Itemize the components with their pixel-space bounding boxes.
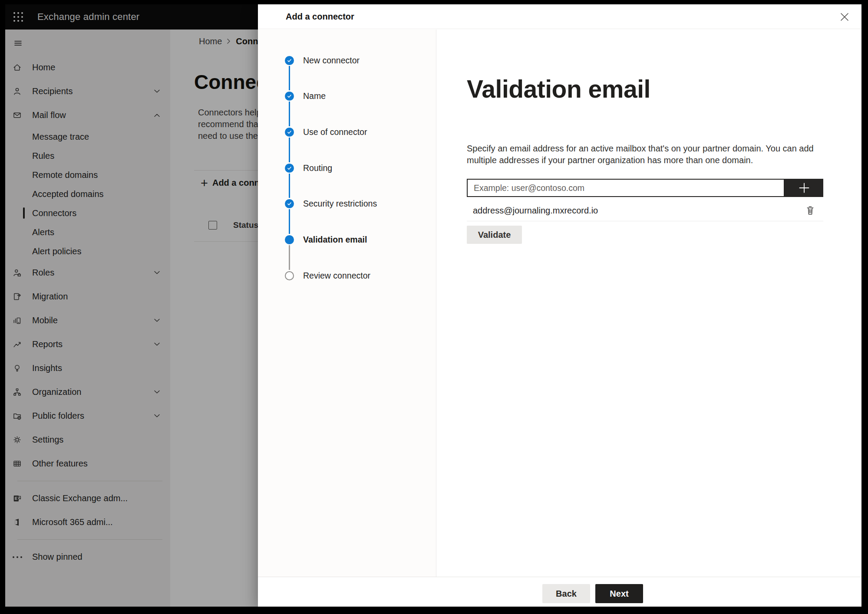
- validation-address-row: address@journaling.mxrecord.io: [467, 202, 823, 219]
- email-input[interactable]: [467, 179, 785, 197]
- wizard-step-security-restrictions[interactable]: Security restrictions: [285, 194, 377, 213]
- wizard-step-routing[interactable]: Routing: [285, 158, 332, 177]
- wizard-step-new-connector[interactable]: New connector: [285, 51, 360, 70]
- wizard-step-name[interactable]: Name: [285, 86, 326, 105]
- next-button[interactable]: Next: [595, 584, 643, 603]
- step-label: Review connector: [303, 271, 370, 281]
- step-label: New connector: [303, 56, 360, 66]
- add-connector-dialog: Add a connector New connector Name: [258, 4, 861, 607]
- dialog-content: Validation email Specify an email addres…: [436, 30, 861, 577]
- wizard-step-use-of-connector[interactable]: Use of connector: [285, 122, 367, 141]
- back-button[interactable]: Back: [542, 584, 590, 603]
- step-complete-icon: [285, 128, 294, 137]
- step-label: Routing: [303, 163, 332, 173]
- dialog-body: New connector Name Use of connector Rout…: [258, 30, 861, 577]
- dialog-footer: Back Next: [258, 577, 861, 607]
- validation-address: address@journaling.mxrecord.io: [473, 206, 598, 216]
- step-upcoming-icon: [285, 271, 294, 280]
- step-label: Security restrictions: [303, 199, 377, 209]
- step-label: Validation email: [303, 235, 367, 245]
- delete-address-button[interactable]: [805, 205, 815, 216]
- divider: [467, 221, 823, 221]
- step-current-icon: [285, 235, 294, 244]
- step-description: Specify an email address for an active m…: [467, 143, 838, 166]
- step-complete-icon: [285, 56, 294, 65]
- step-complete-icon: [285, 92, 294, 101]
- plus-icon: [798, 181, 811, 194]
- step-complete-icon: [285, 199, 294, 208]
- screen: Exchange admin center Home Recipients: [0, 0, 868, 614]
- dialog-title: Add a connector: [286, 12, 354, 22]
- step-heading: Validation email: [467, 75, 650, 103]
- trash-icon: [805, 205, 815, 216]
- validate-button[interactable]: Validate: [467, 226, 522, 244]
- step-complete-icon: [285, 164, 294, 173]
- email-input-row: [467, 179, 823, 197]
- dialog-header: Add a connector: [258, 4, 861, 29]
- wizard-steps-panel: New connector Name Use of connector Rout…: [258, 30, 436, 577]
- wizard-step-validation-email[interactable]: Validation email: [285, 230, 367, 249]
- step-label: Name: [303, 91, 326, 101]
- close-button[interactable]: [837, 10, 852, 24]
- wizard-step-review-connector[interactable]: Review connector: [285, 266, 370, 285]
- close-icon: [840, 13, 849, 21]
- step-label: Use of connector: [303, 127, 367, 137]
- add-email-button[interactable]: [785, 179, 823, 197]
